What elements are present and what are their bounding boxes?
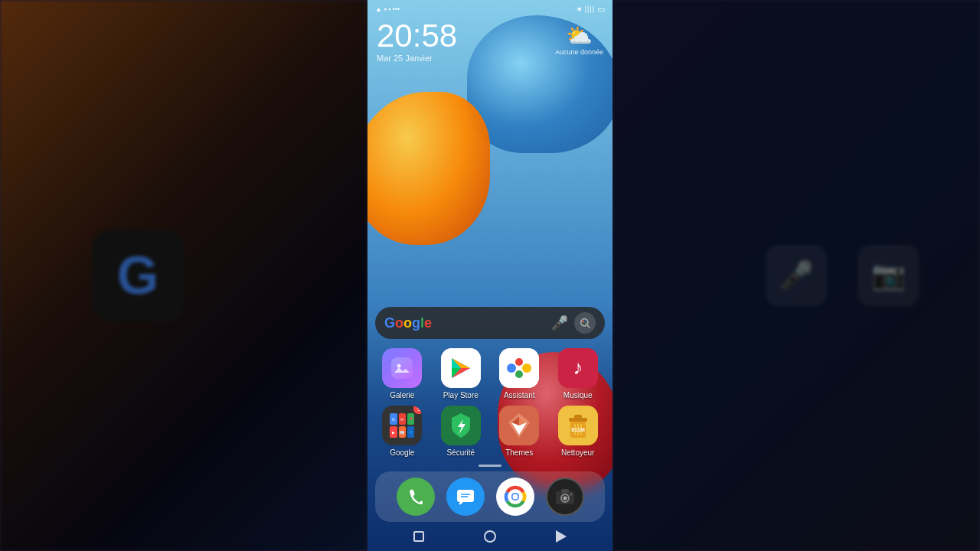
- clock-area: 20:58 Mar 25 Janvier ⛅ Aucune donnée: [368, 17, 612, 63]
- dock-camera[interactable]: [546, 478, 584, 516]
- themes-icon: [499, 406, 539, 445]
- app-grid-row1: Galerie: [368, 345, 612, 403]
- app-item-galerie[interactable]: Galerie: [375, 348, 430, 399]
- svg-point-8: [507, 364, 516, 373]
- svg-rect-19: [574, 415, 582, 419]
- lens-icon[interactable]: [574, 312, 596, 334]
- status-left: ▲ ▪ ▪ •••: [375, 5, 400, 13]
- svg-point-3: [585, 323, 586, 324]
- svg-rect-4: [391, 357, 413, 379]
- bg-right-icons: 🎤 📷: [766, 245, 919, 306]
- nav-bar: [368, 525, 612, 551]
- google-search-bar[interactable]: Google 🎤: [375, 307, 605, 339]
- svg-point-10: [522, 364, 531, 373]
- bg-google-logo: G: [92, 230, 184, 321]
- nav-home-btn[interactable]: [483, 530, 497, 543]
- svg-point-1: [582, 321, 584, 323]
- themes-label: Themes: [505, 448, 533, 457]
- mic-icon[interactable]: 🎤: [551, 315, 568, 331]
- securite-icon: [441, 406, 481, 445]
- swipe-indicator[interactable]: [368, 460, 612, 468]
- status-right: ✶ |||| ▭: [576, 5, 605, 15]
- app-item-securite[interactable]: Sécurité: [434, 406, 488, 457]
- svg-rect-24: [457, 490, 474, 502]
- google-label: Google: [390, 448, 414, 457]
- svg-point-30: [512, 494, 518, 500]
- app-item-musique[interactable]: ♪ Musique: [551, 348, 606, 399]
- svg-point-2: [585, 320, 586, 321]
- svg-point-11: [515, 370, 523, 378]
- svg-point-34: [563, 497, 567, 500]
- svg-point-5: [397, 364, 401, 368]
- svg-point-35: [570, 494, 572, 496]
- clock-time: 20:58: [377, 20, 457, 52]
- musique-icon: ♪: [558, 348, 598, 388]
- svg-point-9: [515, 358, 523, 366]
- galerie-icon: [382, 348, 422, 388]
- app-item-themes[interactable]: Themes: [492, 406, 547, 457]
- swipe-line: [479, 465, 501, 467]
- assistant-icon: [499, 348, 539, 388]
- google-badge: 5: [413, 406, 422, 414]
- svg-text:♪: ♪: [573, 356, 583, 379]
- svg-text:811M: 811M: [571, 427, 585, 432]
- app-item-playstore[interactable]: Play Store: [434, 348, 488, 399]
- nettoyeur-label: Nettoyeur: [561, 448, 594, 457]
- bg-mic-icon: 🎤: [766, 245, 827, 306]
- svg-rect-7: [499, 348, 539, 388]
- weather-widget[interactable]: ⛅ Aucune donnée: [555, 23, 603, 56]
- assistant-label: Assistant: [504, 391, 535, 399]
- dock-phone[interactable]: [397, 478, 435, 516]
- nav-recent-btn[interactable]: [412, 530, 426, 543]
- google-g-logo: Google: [384, 315, 432, 331]
- dock: [375, 471, 605, 522]
- battery-icon: ▭: [597, 5, 605, 15]
- weather-text: Aucune donnée: [555, 48, 603, 56]
- svg-rect-32: [561, 489, 569, 493]
- bluetooth-icon: ✶: [576, 5, 583, 15]
- google-folder-icon: 5 G ✉ 📍 ▶ 📰: [382, 406, 422, 445]
- galerie-label: Galerie: [390, 391, 414, 399]
- playstore-label: Play Store: [443, 391, 479, 399]
- signal-icon: ||||: [585, 5, 595, 13]
- app-item-nettoyeur[interactable]: 811M Nettoyeur: [551, 406, 606, 457]
- recent-apps-square: [413, 531, 424, 542]
- playstore-icon: [441, 348, 481, 388]
- background-left: G: [0, 0, 368, 551]
- background-right: 🎤 📷: [612, 0, 980, 551]
- securite-label: Sécurité: [446, 448, 475, 457]
- app-grid-row2: 5 G ✉ 📍 ▶ 📰: [368, 403, 612, 460]
- musique-label: Musique: [564, 391, 593, 399]
- clock-date: Mar 25 Janvier: [377, 54, 457, 63]
- status-bar: ▲ ▪ ▪ ••• ✶ |||| ▭: [368, 0, 612, 17]
- clock-widget: 20:58 Mar 25 Janvier: [377, 20, 457, 63]
- wallpaper-bubble-orange: [368, 92, 490, 245]
- phone-screen: ▲ ▪ ▪ ••• ✶ |||| ▭ 20:58 Mar 25 Janvier …: [368, 0, 612, 551]
- back-triangle: [556, 530, 567, 543]
- app-item-assistant[interactable]: Assistant: [492, 348, 547, 399]
- dock-chrome[interactable]: [496, 478, 534, 516]
- weather-icon: ⛅: [566, 23, 593, 48]
- nettoyeur-icon: 811M: [558, 406, 598, 445]
- app-item-google[interactable]: 5 G ✉ 📍 ▶ 📰: [375, 406, 430, 457]
- bg-lens-icon: 📷: [858, 245, 919, 306]
- home-circle: [484, 530, 496, 543]
- dock-messages[interactable]: [446, 478, 485, 516]
- notification-icons: ▲ ▪ ▪ •••: [375, 5, 400, 13]
- nav-back-btn[interactable]: [554, 530, 568, 543]
